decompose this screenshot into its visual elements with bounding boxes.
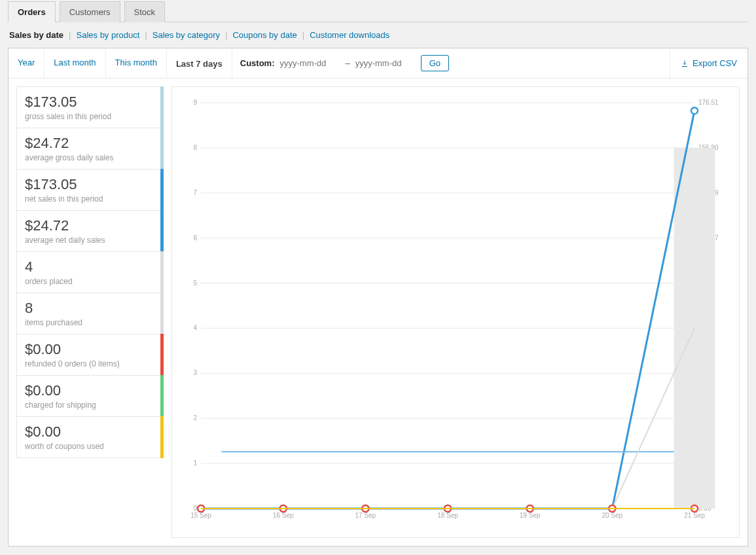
legend-stripe bbox=[160, 86, 164, 128]
range-year[interactable]: Year bbox=[9, 48, 45, 78]
svg-text:17 Sep: 17 Sep bbox=[355, 512, 376, 519]
legend-value: $24.72 bbox=[25, 135, 155, 152]
range-last-month[interactable]: Last month bbox=[45, 48, 105, 78]
legend-item[interactable]: $173.05gross sales in this period bbox=[16, 86, 164, 128]
svg-text:8: 8 bbox=[193, 144, 197, 151]
svg-text:18 Sep: 18 Sep bbox=[437, 512, 458, 519]
subnav-sales-by-category[interactable]: Sales by category bbox=[153, 30, 220, 40]
date-from-input[interactable] bbox=[279, 58, 340, 68]
go-button[interactable]: Go bbox=[421, 55, 449, 71]
legend-item[interactable]: $0.00refunded 0 orders (0 items) bbox=[16, 334, 164, 375]
legend-value: $173.05 bbox=[25, 176, 155, 193]
legend-value: 8 bbox=[25, 300, 155, 317]
subnav-customer-downloads[interactable]: Customer downloads bbox=[310, 30, 389, 40]
svg-point-44 bbox=[691, 107, 698, 114]
svg-rect-30 bbox=[674, 148, 715, 509]
legend-value: $0.00 bbox=[25, 341, 155, 358]
legend-desc: net sales in this period bbox=[25, 194, 155, 204]
date-to-input[interactable] bbox=[355, 58, 416, 68]
svg-text:0: 0 bbox=[193, 505, 197, 512]
legend-value: $173.05 bbox=[25, 94, 155, 111]
legend-desc: refunded 0 orders (0 items) bbox=[25, 359, 155, 368]
legend-desc: items purchased bbox=[25, 318, 155, 327]
report-panel: Year Last month This month Last 7 days C… bbox=[8, 48, 748, 546]
legend-desc: charged for shipping bbox=[25, 401, 155, 410]
download-icon bbox=[681, 60, 689, 67]
legend-value: $24.72 bbox=[25, 217, 155, 234]
legend-stripe bbox=[160, 251, 164, 293]
range-last-7-days[interactable]: Last 7 days bbox=[167, 48, 232, 78]
legend-item[interactable]: $0.00worth of coupons used bbox=[16, 416, 164, 458]
svg-text:7: 7 bbox=[193, 189, 197, 196]
legend-desc: gross sales in this period bbox=[25, 112, 155, 121]
legend-value: $0.00 bbox=[25, 423, 155, 440]
subnav-active: Sales by date bbox=[9, 30, 63, 40]
legend-item[interactable]: 4orders placed bbox=[16, 251, 164, 293]
subnav-sales-by-product[interactable]: Sales by product bbox=[77, 30, 140, 40]
legend-stripe bbox=[160, 128, 164, 170]
sales-chart: 00.00119.61239.22358.84478.45598.066117.… bbox=[177, 96, 727, 528]
svg-text:15 Sep: 15 Sep bbox=[190, 512, 211, 519]
svg-text:19 Sep: 19 Sep bbox=[520, 512, 541, 519]
legend-stripe bbox=[160, 416, 164, 458]
tab-orders[interactable]: Orders bbox=[8, 1, 56, 22]
legend-desc: average net daily sales bbox=[25, 236, 155, 245]
legend-desc: orders placed bbox=[25, 277, 155, 286]
svg-text:21 Sep: 21 Sep bbox=[684, 512, 705, 519]
legend-stripe bbox=[160, 210, 164, 252]
range-bar: Year Last month This month Last 7 days C… bbox=[9, 48, 747, 79]
chart-area: 00.00119.61239.22358.84478.45598.066117.… bbox=[171, 86, 740, 538]
legend-list: $173.05gross sales in this period$24.72a… bbox=[16, 86, 164, 538]
legend-item[interactable]: $24.72average gross daily sales bbox=[16, 128, 164, 169]
svg-text:2: 2 bbox=[193, 414, 197, 421]
report-subnav: Sales by date | Sales by product | Sales… bbox=[8, 22, 748, 48]
svg-text:16 Sep: 16 Sep bbox=[273, 512, 294, 519]
export-csv-label: Export CSV bbox=[693, 58, 737, 68]
export-csv[interactable]: Export CSV bbox=[670, 48, 747, 78]
legend-stripe bbox=[160, 169, 164, 211]
legend-item[interactable]: $173.05net sales in this period bbox=[16, 169, 164, 210]
tab-stock[interactable]: Stock bbox=[124, 1, 166, 22]
tab-customers[interactable]: Customers bbox=[60, 1, 120, 22]
svg-text:20 Sep: 20 Sep bbox=[602, 512, 622, 519]
legend-stripe bbox=[160, 334, 164, 376]
legend-item[interactable]: $24.72average net daily sales bbox=[16, 210, 164, 251]
svg-text:6: 6 bbox=[193, 234, 197, 242]
date-dash: – bbox=[345, 58, 350, 68]
legend-stripe bbox=[160, 293, 164, 334]
custom-range: Custom: – Go bbox=[232, 48, 457, 78]
range-this-month[interactable]: This month bbox=[106, 48, 167, 78]
legend-item[interactable]: 8items purchased bbox=[16, 293, 164, 334]
legend-value: 4 bbox=[25, 259, 155, 276]
svg-text:4: 4 bbox=[193, 324, 197, 331]
legend-value: $0.00 bbox=[25, 382, 155, 399]
svg-text:3: 3 bbox=[193, 369, 197, 376]
legend-stripe bbox=[160, 375, 164, 417]
svg-text:9: 9 bbox=[193, 99, 197, 106]
svg-text:1: 1 bbox=[193, 459, 197, 467]
subnav-coupons-by-date[interactable]: Coupons by date bbox=[232, 30, 297, 40]
custom-label: Custom: bbox=[240, 58, 275, 68]
legend-item[interactable]: $0.00charged for shipping bbox=[16, 375, 164, 416]
svg-text:176.51: 176.51 bbox=[698, 99, 719, 106]
legend-desc: worth of coupons used bbox=[25, 442, 155, 451]
top-tabs: Orders Customers Stock bbox=[8, 0, 748, 22]
svg-text:5: 5 bbox=[193, 279, 197, 287]
legend-desc: average gross daily sales bbox=[25, 153, 155, 162]
